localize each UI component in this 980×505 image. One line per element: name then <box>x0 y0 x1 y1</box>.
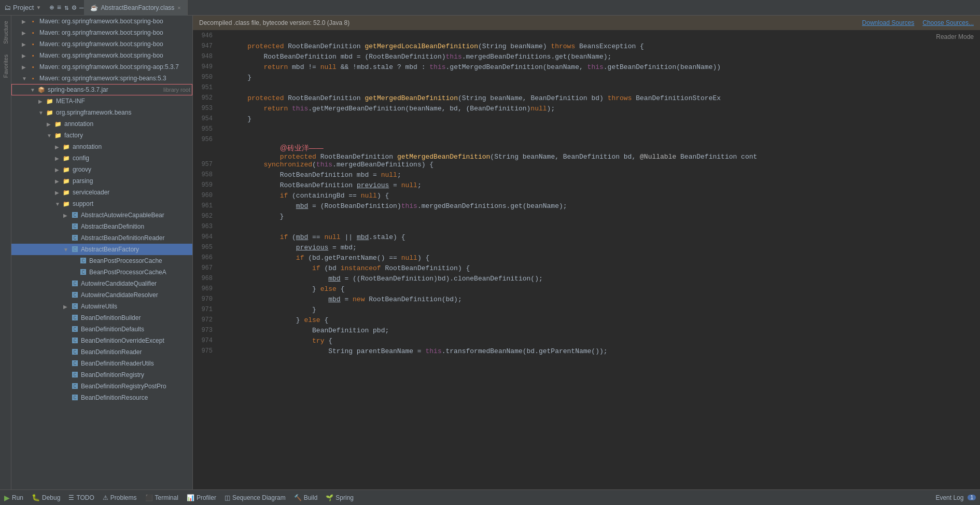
problems-label: Problems <box>110 494 137 501</box>
tree-beandef-override[interactable]: ▶ 🅲 BeanDefinitionOverrideExcept <box>11 335 192 346</box>
annotation-label: annotation <box>64 120 190 128</box>
line-content-958: RootBeanDefinition mbd = null; <box>229 171 980 179</box>
code-line-973: 973 BeanDefinition pbd; <box>193 327 980 337</box>
status-right: Event Log 1 <box>935 494 976 501</box>
line-num-965: 965 <box>193 244 219 251</box>
choose-sources-link[interactable]: Choose Sources... <box>922 19 974 26</box>
tree-jar-root[interactable]: ▼ 📦 spring-beans-5.3.7.jar library root <box>11 84 192 95</box>
top-bar: 🗂 Project ▼ ⊕ ≡ ⇅ ⚙ — ☕ AbstractBeanFact… <box>0 0 980 16</box>
terminal-button[interactable]: ⬛ Terminal <box>145 494 178 501</box>
line-num-955: 955 <box>193 125 219 133</box>
code-line-963: 963 <box>193 223 980 233</box>
tree-autowire-utils[interactable]: ▶ 🅲 AutowireUtils <box>11 301 192 312</box>
event-log-button[interactable]: Event Log 1 <box>935 494 976 501</box>
beandef-resource-label: BeanDefinitionResource <box>81 394 190 401</box>
tree-abstract-beandef-reader[interactable]: ▶ 🅲 AbstractBeanDefinitionReader <box>11 232 192 244</box>
code-line-957: 957 synchronized(this.mergedBeanDefiniti… <box>193 161 980 171</box>
favorites-icon[interactable]: Favorites <box>3 49 9 83</box>
tree-maven-3[interactable]: ▶ ▪ Maven: org.springframework.boot:spri… <box>11 38 192 50</box>
line-num-947: 947 <box>193 43 219 50</box>
profiler-button[interactable]: 📊 Profiler <box>187 494 216 501</box>
tree-config[interactable]: ▶ 📁 config <box>11 152 192 164</box>
close-panel-icon[interactable]: — <box>79 4 83 12</box>
class-bpp-cache-a-icon: 🅲 <box>79 268 87 276</box>
tree-beandef-registry[interactable]: ▶ 🅲 BeanDefinitionRegistry <box>11 369 192 381</box>
spring-button[interactable]: 🌱 Spring <box>326 494 354 501</box>
line-num-946: 946 <box>193 32 219 39</box>
tree-parsing[interactable]: ▶ 📁 parsing <box>11 175 192 187</box>
problems-button[interactable]: ⚠ Problems <box>103 494 137 501</box>
tree-factory-annotation[interactable]: ▶ 📁 annotation <box>11 141 192 152</box>
code-line-964: 964 if (mbd == null || mbd.stale) { <box>193 233 980 244</box>
download-sources-link[interactable]: Download Sources <box>862 19 915 26</box>
tree-abstract-beanfactory[interactable]: ▼ 🅲 AbstractBeanFactory <box>11 244 192 255</box>
line-num-954: 954 <box>193 115 219 122</box>
tree-autowire-qualifier[interactable]: ▶ 🅲 AutowireCandidateQualifier <box>11 278 192 289</box>
tree-beandef-registry-post[interactable]: ▶ 🅲 BeanDefinitionRegistryPostPro <box>11 381 192 392</box>
tree-annotation[interactable]: ▶ 📁 annotation <box>11 118 192 130</box>
line-num-959: 959 <box>193 181 219 189</box>
tree-metainf[interactable]: ▶ 📁 META-INF <box>11 95 192 107</box>
tree-maven-5[interactable]: ▶ ▪ Maven: org.springframework.boot:spri… <box>11 61 192 73</box>
folder-support-icon: 📁 <box>62 200 71 208</box>
tree-maven-1[interactable]: ▶ ▪ Maven: org.springframework.boot:spri… <box>11 16 192 27</box>
tab-close-icon[interactable]: × <box>177 5 180 11</box>
tree-maven-4[interactable]: ▶ ▪ Maven: org.springframework.boot:spri… <box>11 50 192 61</box>
tree-bpp-cache-a[interactable]: ▶ 🅲 BeanPostProcessorCacheA <box>11 266 192 278</box>
class-beandef-defaults-icon: 🅲 <box>71 325 79 333</box>
decompile-message: Decompiled .class file, bytecode version… <box>199 19 349 26</box>
tree-factory[interactable]: ▼ 📁 factory <box>11 130 192 141</box>
line-content-960: if (containingBd == null) { <box>229 192 980 200</box>
line-num-973: 973 <box>193 327 219 334</box>
tree-autowire-resolver[interactable]: ▶ 🅲 AutowireCandidateResolver <box>11 289 192 301</box>
spring-icon: 🌱 <box>326 494 333 501</box>
tree-beandef-resource[interactable]: ▶ 🅲 BeanDefinitionResource <box>11 392 192 403</box>
serviceloader-label: serviceloader <box>73 189 190 196</box>
run-button[interactable]: ▶ Run <box>4 494 23 502</box>
code-editor-area[interactable]: Reader Mode 946 947 protected RootBeanDe… <box>193 30 980 489</box>
settings-icon[interactable]: ⚙ <box>72 3 76 12</box>
list-icon[interactable]: ≡ <box>57 4 61 12</box>
code-line-975: 975 String parentBeanName = this.transfo… <box>193 347 980 358</box>
tree-beandef-reader-utils[interactable]: ▶ 🅲 BeanDefinitionReaderUtils <box>11 358 192 369</box>
line-num-953: 953 <box>193 105 219 112</box>
line-content-956: @砖业洋—— protected RootBeanDefinition getM… <box>229 136 980 161</box>
tree-beandef-defaults[interactable]: ▶ 🅲 BeanDefinitionDefaults <box>11 324 192 335</box>
project-label[interactable]: 🗂 Project ▼ <box>0 4 45 11</box>
tree-beandef-reader[interactable]: ▶ 🅲 BeanDefinitionReader <box>11 346 192 358</box>
beandef-registry-label: BeanDefinitionRegistry <box>81 371 190 378</box>
autowire-utils-label: AutowireUtils <box>81 303 190 310</box>
tree-bpp-cache[interactable]: ▶ 🅲 BeanPostProcessorCache <box>11 255 192 266</box>
sequence-diagram-button[interactable]: ◫ Sequence Diagram <box>225 494 286 501</box>
tree-groovy[interactable]: ▶ 📁 groovy <box>11 164 192 175</box>
tree-maven-2[interactable]: ▶ ▪ Maven: org.springframework.boot:spri… <box>11 27 192 38</box>
class-beandef-registry-post-icon: 🅲 <box>71 382 79 390</box>
file-tab[interactable]: ☕ AbstractBeanFactory.class × <box>84 0 188 16</box>
project-dropdown-icon[interactable]: ▼ <box>36 5 41 10</box>
sync-icon[interactable]: ⊕ <box>49 3 53 12</box>
parsing-label: parsing <box>73 177 190 185</box>
tree-abstract-autowire[interactable]: ▶ 🅲 AbstractAutowireCapableBear <box>11 209 192 221</box>
structure-icon[interactable]: Structure <box>3 16 9 49</box>
tree-beandef-builder[interactable]: ▶ 🅲 BeanDefinitionBuilder <box>11 312 192 324</box>
tab-label: AbstractBeanFactory.class <box>101 4 175 11</box>
folder-annotation-icon: 📁 <box>54 120 62 128</box>
maven-label-3: Maven: org.springframework.boot:spring-b… <box>39 40 190 48</box>
run-label: Run <box>12 494 23 501</box>
tree-maven-6[interactable]: ▼ ▪ Maven: org.springframework:spring-be… <box>11 73 192 84</box>
beandef-registry-post-label: BeanDefinitionRegistryPostPro <box>81 383 190 390</box>
line-content-959: RootBeanDefinition previous = null; <box>229 181 980 189</box>
sort-icon[interactable]: ⇅ <box>64 3 68 12</box>
debug-button[interactable]: 🐛 Debug <box>32 494 60 501</box>
tree-org-spring[interactable]: ▼ 📁 org.springframework.beans <box>11 107 192 118</box>
autowire-resolver-label: AutowireCandidateResolver <box>81 291 190 299</box>
folder-parsing-icon: 📁 <box>62 177 71 185</box>
tree-abstract-beandef[interactable]: ▶ 🅲 AbstractBeanDefinition <box>11 221 192 232</box>
tree-serviceloader[interactable]: ▶ 📁 serviceloader <box>11 187 192 198</box>
code-line-972: 972 } else { <box>193 316 980 327</box>
todo-button[interactable]: ☰ TODO <box>68 494 94 501</box>
debug-label: Debug <box>42 494 60 501</box>
build-button[interactable]: 🔨 Build <box>294 494 318 501</box>
line-num-950: 950 <box>193 74 219 81</box>
tree-support[interactable]: ▼ 📁 support <box>11 198 192 209</box>
